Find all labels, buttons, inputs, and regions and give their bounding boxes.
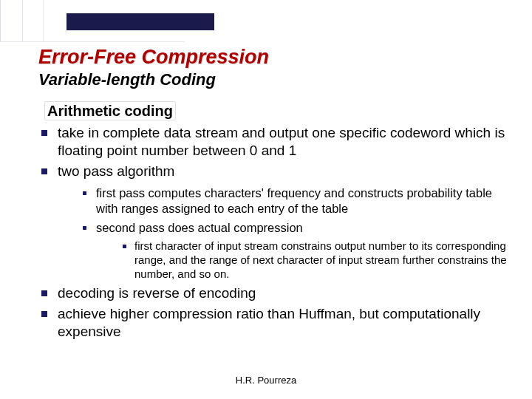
list-item-text: second pass does actual compression bbox=[96, 221, 303, 234]
slide-title: Error-Free Compression bbox=[38, 46, 510, 69]
sub-bullet-list: first pass computes characters' frequenc… bbox=[80, 185, 510, 281]
slide-content: Error-Free Compression Variable-length C… bbox=[38, 46, 510, 344]
list-item: second pass does actual compression firs… bbox=[80, 220, 510, 282]
deco-vline bbox=[0, 0, 1, 41]
deco-hline bbox=[0, 41, 185, 42]
list-item: first pass computes characters' frequenc… bbox=[80, 185, 510, 216]
list-item: take in complete data stream and output … bbox=[38, 124, 510, 160]
slide-subtitle: Variable-length Coding bbox=[38, 70, 510, 89]
section-heading: Arithmetic coding bbox=[47, 103, 173, 120]
bullet-list: take in complete data stream and output … bbox=[38, 124, 510, 341]
deco-vline bbox=[43, 0, 44, 41]
footer-author: H.R. Pourreza bbox=[0, 375, 532, 386]
corner-decoration bbox=[0, 0, 177, 44]
list-item-text: two pass algorithm bbox=[58, 163, 174, 179]
deco-dark-block bbox=[66, 13, 214, 30]
deco-vline bbox=[22, 0, 23, 41]
list-item: first character of input stream constrai… bbox=[121, 239, 510, 281]
list-item: achieve higher compression ratio than Hu… bbox=[38, 305, 510, 341]
subsub-bullet-list: first character of input stream constrai… bbox=[121, 239, 510, 281]
list-item: decoding is reverse of encoding bbox=[38, 284, 510, 302]
list-item: two pass algorithm first pass computes c… bbox=[38, 163, 510, 282]
